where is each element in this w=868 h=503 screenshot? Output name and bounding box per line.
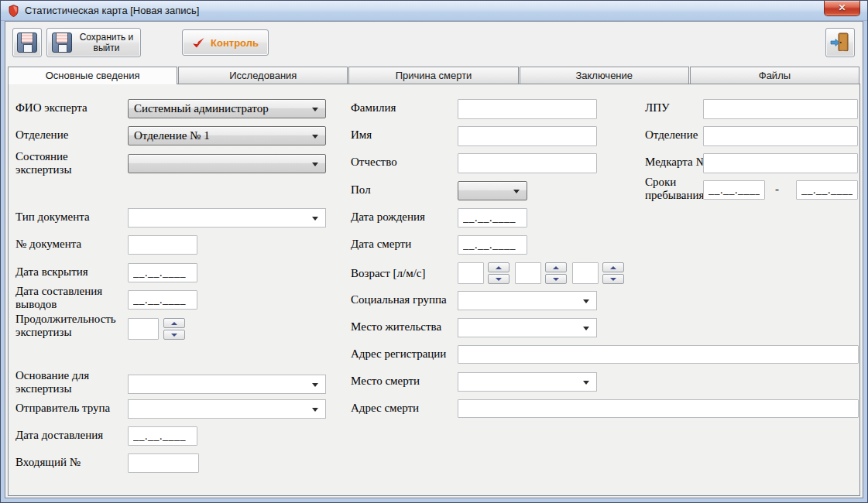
death-place-label: Место смерти — [351, 375, 455, 388]
department-combobox[interactable]: Отделение № 1 — [128, 126, 326, 145]
basis-combobox[interactable] — [128, 375, 326, 394]
save-and-exit-button[interactable]: Сохранить и выйти — [46, 28, 141, 57]
exit-button[interactable] — [825, 28, 855, 57]
death-date-input[interactable] — [458, 235, 527, 255]
doc-type-combobox[interactable] — [128, 208, 326, 228]
sex-combobox[interactable] — [458, 181, 527, 200]
expertise-state-combobox[interactable] — [128, 154, 326, 173]
age-years-input[interactable] — [458, 262, 484, 284]
age-days-spinner — [602, 262, 624, 284]
arrow-up-icon — [553, 266, 559, 269]
surname-input[interactable] — [458, 99, 597, 119]
death-place-combobox[interactable] — [458, 372, 597, 392]
tab-conclusion[interactable]: Заключение — [520, 67, 689, 84]
expert-combobox[interactable]: Системный администратор — [128, 99, 326, 118]
death-date-label: Дата смерти — [351, 238, 455, 251]
corpse-sender-label: Отправитель трупа — [15, 402, 132, 415]
chevron-down-icon — [312, 408, 318, 412]
conclusions-date-label: Дата составления выводов — [15, 285, 128, 311]
autopsy-date-input[interactable] — [128, 263, 197, 282]
chevron-down-icon — [312, 163, 318, 166]
delivery-date-label: Дата доставления — [15, 429, 132, 442]
autopsy-date-label: Дата вскрытия — [15, 265, 124, 279]
doc-number-label: № документа — [15, 238, 124, 251]
spin-down-button[interactable] — [545, 274, 567, 284]
stay-period-from-input[interactable] — [703, 180, 765, 200]
spin-up-button[interactable] — [545, 262, 567, 272]
spin-up-button[interactable] — [602, 262, 624, 272]
spin-down-button[interactable] — [163, 330, 185, 340]
expert-label: ФИО эксперта — [15, 101, 124, 115]
delivery-date-input[interactable] — [128, 426, 197, 446]
expertise-state-label: Состояние экспертизы — [15, 150, 124, 176]
chevron-down-icon — [312, 108, 318, 111]
social-group-label: Социальная группа — [351, 293, 455, 306]
doc-number-input[interactable] — [128, 235, 197, 255]
chevron-down-icon — [513, 190, 520, 193]
conclusions-date-input[interactable] — [128, 290, 197, 310]
arrow-up-icon — [496, 266, 502, 269]
duration-input[interactable] — [128, 318, 159, 340]
department-label: Отделение — [15, 128, 124, 142]
control-label: Контроль — [211, 37, 259, 49]
range-dash: - — [775, 183, 779, 196]
save-button[interactable] — [12, 28, 42, 57]
lpu-department-label: Отделение — [645, 128, 703, 142]
spin-up-button[interactable] — [488, 262, 509, 272]
app-window: Статистическая карта [Новая запись] ✕ Со… — [0, 0, 868, 503]
chevron-down-icon — [583, 381, 589, 385]
incoming-number-input[interactable] — [128, 453, 199, 473]
lpu-department-input[interactable] — [703, 126, 858, 146]
residence-label: Место жительства — [351, 320, 455, 334]
registration-address-input[interactable] — [458, 345, 859, 364]
spin-down-button[interactable] — [488, 274, 509, 284]
lpu-label: ЛПУ — [645, 101, 703, 115]
patronymic-label: Отчество — [351, 156, 455, 169]
age-years-spinner — [488, 262, 509, 284]
birth-date-label: Дата рождения — [351, 210, 455, 224]
window-title: Статистическая карта [Новая запись] — [25, 5, 199, 16]
chevron-down-icon — [312, 383, 318, 387]
age-months-input[interactable] — [515, 262, 541, 284]
patronymic-input[interactable] — [458, 153, 597, 173]
incoming-number-label: Входящий № — [15, 456, 124, 469]
chevron-down-icon — [583, 299, 589, 303]
stay-period-to-input[interactable] — [796, 180, 858, 200]
medcard-input[interactable] — [703, 153, 858, 173]
spin-down-button[interactable] — [602, 274, 624, 284]
close-button[interactable]: ✕ — [824, 1, 860, 16]
duration-label: Продолжительность экспертизы — [15, 313, 132, 339]
arrow-down-icon — [171, 334, 177, 337]
expert-value: Системный администратор — [134, 102, 310, 115]
doc-type-label: Тип документа — [15, 210, 124, 224]
app-icon — [9, 5, 19, 17]
firstname-input[interactable] — [458, 126, 597, 146]
tab-cause-of-death[interactable]: Причина смерти — [348, 67, 518, 84]
lpu-input[interactable] — [703, 99, 858, 119]
red-checkmark-icon — [192, 37, 205, 49]
spin-up-button[interactable] — [163, 318, 185, 328]
exit-door-icon — [829, 32, 851, 53]
social-group-combobox[interactable] — [458, 291, 597, 310]
tab-main-info[interactable]: Основные сведения — [8, 67, 177, 84]
arrow-down-icon — [496, 278, 502, 281]
chevron-down-icon — [312, 135, 318, 139]
arrow-up-icon — [171, 322, 177, 325]
death-address-input[interactable] — [458, 399, 859, 418]
sex-label: Пол — [351, 183, 455, 197]
save-and-exit-label: Сохранить и выйти — [77, 32, 136, 53]
registration-address-label: Адрес регистрации — [351, 347, 455, 361]
firstname-label: Имя — [351, 128, 455, 142]
medcard-label: Медкарта № — [645, 156, 711, 169]
control-button[interactable]: Контроль — [182, 29, 269, 56]
chevron-down-icon — [583, 327, 589, 330]
age-days-input[interactable] — [572, 262, 599, 284]
tab-examinations[interactable]: Исследования — [178, 67, 348, 84]
tab-files[interactable]: Файлы — [690, 67, 859, 84]
window-body: Сохранить и выйти Контроль Основные свед… — [5, 21, 863, 498]
age-months-spinner — [545, 262, 567, 284]
birth-date-input[interactable] — [458, 208, 527, 228]
residence-combobox[interactable] — [458, 318, 597, 337]
tab-bar: Основные сведения Исследования Причина с… — [8, 67, 860, 84]
corpse-sender-combobox[interactable] — [128, 399, 326, 419]
